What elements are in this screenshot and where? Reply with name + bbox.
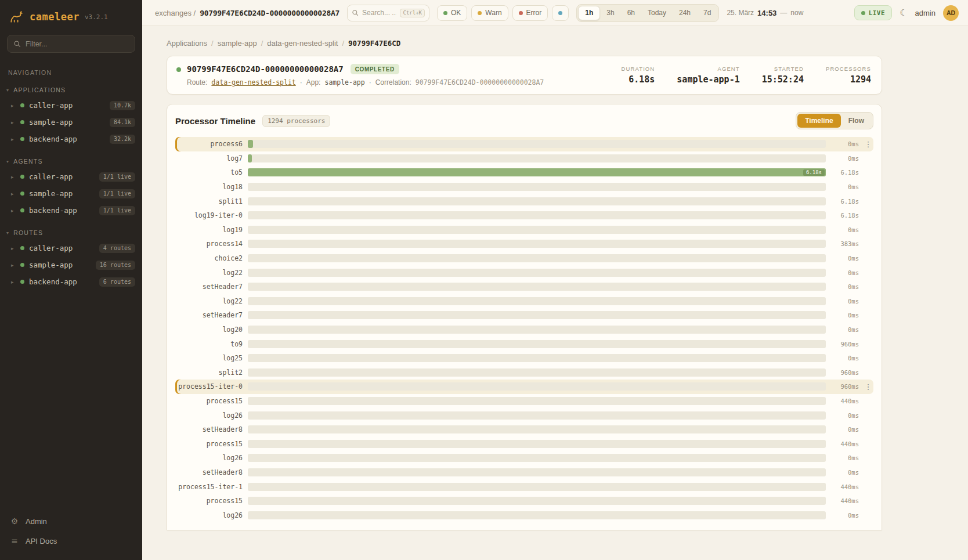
timeline-row-setHeader8[interactable]: setHeader80ms⋮: [175, 422, 873, 437]
timeline-row-setHeader7[interactable]: setHeader70ms⋮: [175, 308, 873, 323]
dark-mode-toggle-icon[interactable]: ☾: [900, 8, 907, 18]
timeline-track: [248, 183, 826, 191]
item-label: backend-app: [29, 277, 77, 286]
timeline-row-log19-iter-0[interactable]: log19-iter-06.18s⋮: [175, 208, 873, 223]
time-range-display[interactable]: 25. März 14:53 — now: [727, 9, 803, 17]
api-docs-label: API Docs: [26, 537, 57, 545]
stat-duration: DURATION6.18s: [622, 66, 655, 85]
timeline-row-log22[interactable]: log220ms⋮: [175, 294, 873, 309]
timeline-row-log18[interactable]: log180ms⋮: [175, 180, 873, 194]
sidebar-section-header-applications[interactable]: ▾APPLICATIONS: [0, 84, 142, 97]
range-button-24h[interactable]: 24h: [673, 6, 697, 20]
sidebar-filter-input[interactable]: [26, 40, 129, 48]
sidebar: cameleer v3.2.1 NAVIGATION ▾APPLICATIONS…: [0, 0, 142, 560]
timeline-row-log7[interactable]: log70ms⋮: [175, 151, 873, 166]
item-label: backend-app: [29, 135, 77, 143]
topbar-breadcrumb-exchanges[interactable]: exchanges /: [155, 9, 196, 17]
range-button-1h[interactable]: 1h: [578, 6, 600, 20]
timeline-track: [248, 240, 826, 248]
timeline-track: [248, 254, 826, 262]
sidebar-item-sample-app[interactable]: ▸sample-app1/1 live: [0, 185, 142, 202]
sidebar-item-caller-app[interactable]: ▸caller-app4 routes: [0, 240, 142, 256]
breadcrumb-data-gen-nested-split[interactable]: data-gen-nested-split: [267, 39, 338, 48]
sidebar-section-header-routes[interactable]: ▾ROUTES: [0, 227, 142, 240]
timeline-row-process15-iter-1[interactable]: process15-iter-1440ms⋮: [175, 479, 873, 494]
duration-label: 6.18s: [831, 212, 859, 219]
timeline-row-log22[interactable]: log220ms⋮: [175, 265, 873, 280]
section-collapse-icon: ▾: [6, 88, 9, 93]
timeline-row-log26[interactable]: log260ms⋮: [175, 508, 873, 522]
timeline-row-setHeader8[interactable]: setHeader80ms⋮: [175, 465, 873, 480]
timeline-row-process14[interactable]: process14383ms⋮: [175, 237, 873, 251]
route-link[interactable]: data-gen-nested-split: [211, 78, 295, 86]
breadcrumb-sample-app[interactable]: sample-app: [218, 39, 257, 48]
item-badge: 4 routes: [99, 244, 135, 253]
exchange-summary-left: 90799F47E6CD24D-00000000000028A7 COMPLET…: [176, 64, 544, 86]
timeline-row-to5[interactable]: to56.18s6.18s⋮: [175, 165, 873, 180]
filter-chip-warn[interactable]: Warn: [471, 5, 508, 21]
range-button-3h[interactable]: 3h: [600, 6, 620, 20]
timeline-track: [248, 454, 826, 462]
duration-label: 6.18s: [831, 198, 859, 205]
timeline-row-process15[interactable]: process15440ms⋮: [175, 494, 873, 508]
timeline-row-choice2[interactable]: choice20ms⋮: [175, 251, 873, 266]
timeline-row-setHeader7[interactable]: setHeader70ms⋮: [175, 280, 873, 294]
app-logo[interactable]: cameleer v3.2.1: [0, 0, 142, 30]
timeline-row-split2[interactable]: split2960ms⋮: [175, 366, 873, 380]
sidebar-footer: ⚙ Admin ≡ API Docs: [0, 507, 142, 560]
processor-name: log26: [178, 511, 243, 519]
timeline-row-process15[interactable]: process15440ms⋮: [175, 394, 873, 409]
sidebar-item-caller-app[interactable]: ▸caller-app10.7k: [0, 97, 142, 114]
admin-label: Admin: [26, 517, 47, 526]
range-button-6h[interactable]: 6h: [621, 6, 641, 20]
timeline-row-to9[interactable]: to9960ms⋮: [175, 337, 873, 351]
filter-chip-ok[interactable]: OK: [437, 5, 467, 21]
timeline-track: [248, 382, 826, 391]
time-range-selector: 1h3h6hToday24h7d: [576, 4, 719, 22]
live-toggle[interactable]: LIVE: [854, 5, 893, 20]
sidebar-filter[interactable]: [7, 35, 135, 53]
breadcrumb-applications[interactable]: Applications: [167, 39, 207, 48]
sidebar-item-sample-app[interactable]: ▸sample-app16 routes: [0, 256, 142, 273]
chevron-right-icon: ▸: [11, 103, 16, 109]
timeline-row-process15-iter-0[interactable]: process15-iter-0960ms⋮: [175, 380, 873, 394]
timeline-row-log20[interactable]: log200ms⋮: [175, 323, 873, 337]
row-menu-icon[interactable]: ⋮: [864, 382, 872, 391]
global-search[interactable]: Search... ... Ctrl+K: [347, 5, 429, 21]
row-menu-icon[interactable]: ⋮: [864, 140, 872, 149]
sidebar-item-sample-app[interactable]: ▸sample-app84.1k: [0, 114, 142, 131]
sidebar-item-backend-app[interactable]: ▸backend-app1/1 live: [0, 202, 142, 219]
breadcrumb-separator: /: [342, 39, 344, 48]
timeline-track: [248, 226, 826, 234]
view-button-timeline[interactable]: Timeline: [797, 114, 840, 128]
timeline-track: [248, 340, 826, 348]
status-dot: [20, 246, 24, 250]
timeline-row-process6[interactable]: process60ms⋮: [175, 137, 873, 151]
timeline-row-process15[interactable]: process15440ms⋮: [175, 436, 873, 451]
sidebar-item-backend-app[interactable]: ▸backend-app6 routes: [0, 273, 142, 290]
chevron-right-icon: ▸: [11, 120, 16, 125]
sidebar-section-header-agents[interactable]: ▾AGENTS: [0, 156, 142, 168]
filter-chip-error[interactable]: Error: [512, 5, 548, 21]
timeline-row-log26[interactable]: log260ms⋮: [175, 408, 873, 422]
timeline-row-log26[interactable]: log260ms⋮: [175, 451, 873, 465]
sidebar-item-backend-app[interactable]: ▸backend-app32.2k: [0, 131, 142, 147]
timeline-row-split1[interactable]: split16.18s⋮: [175, 194, 873, 208]
sidebar-item-caller-app[interactable]: ▸caller-app1/1 live: [0, 168, 142, 185]
breadcrumb-separator: /: [194, 9, 196, 17]
view-button-flow[interactable]: Flow: [841, 114, 872, 128]
timeline-row-log19[interactable]: log190ms⋮: [175, 223, 873, 237]
content-area: exchanges / 90799F47E6CD24D-000000000000…: [142, 0, 968, 560]
duration-label: 0ms: [831, 183, 859, 190]
live-dot: [861, 11, 865, 15]
item-label: caller-app: [29, 172, 73, 181]
duration-label: 440ms: [831, 483, 859, 490]
breadcrumb-90799f47e6cd: 90799F47E6CD: [348, 39, 400, 48]
user-avatar[interactable]: AD: [943, 5, 959, 21]
filter-chip-custom[interactable]: [552, 5, 569, 21]
sidebar-item-admin[interactable]: ⚙ Admin: [0, 511, 142, 531]
timeline-row-log25[interactable]: log250ms⋮: [175, 351, 873, 366]
sidebar-item-api-docs[interactable]: ≡ API Docs: [0, 531, 142, 551]
range-button-7d[interactable]: 7d: [697, 6, 717, 20]
range-button-today[interactable]: Today: [641, 6, 673, 20]
